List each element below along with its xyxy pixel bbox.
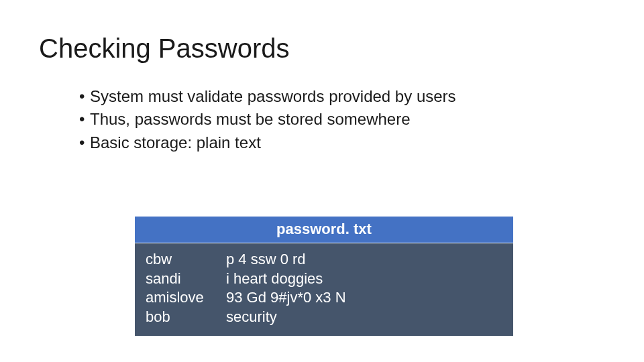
password-file-box: password. txt cbw sandi amislove bob p 4… [134, 216, 514, 337]
file-user: bob [146, 308, 226, 327]
file-password-column: p 4 ssw 0 rd i heart doggies 93 Gd 9#jv*… [226, 250, 502, 326]
file-password: p 4 ssw 0 rd [226, 250, 502, 269]
bullet-text: System must validate passwords provided … [90, 86, 456, 107]
slide: Checking Passwords • System must validat… [0, 0, 644, 362]
file-password: security [226, 308, 502, 327]
file-contents: cbw sandi amislove bob p 4 ssw 0 rd i he… [134, 243, 514, 337]
bullet-item: • Thus, passwords must be stored somewhe… [79, 109, 456, 130]
bullet-item: • Basic storage: plain text [79, 132, 456, 154]
bullet-text: Basic storage: plain text [90, 132, 261, 154]
file-user-column: cbw sandi amislove bob [146, 250, 226, 326]
bullet-item: • System must validate passwords provide… [79, 86, 456, 107]
bullet-dot-icon: • [79, 109, 90, 130]
file-name-header: password. txt [134, 216, 514, 243]
file-user: amislove [146, 288, 226, 308]
bullet-text: Thus, passwords must be stored somewhere [90, 109, 411, 130]
bullet-dot-icon: • [79, 132, 90, 154]
slide-title: Checking Passwords [39, 34, 290, 64]
file-user: sandi [146, 269, 226, 289]
file-password: 93 Gd 9#jv*0 x3 N [226, 288, 502, 308]
file-password: i heart doggies [226, 269, 502, 289]
bullet-list: • System must validate passwords provide… [79, 86, 456, 155]
bullet-dot-icon: • [79, 86, 90, 107]
file-user: cbw [146, 250, 226, 269]
